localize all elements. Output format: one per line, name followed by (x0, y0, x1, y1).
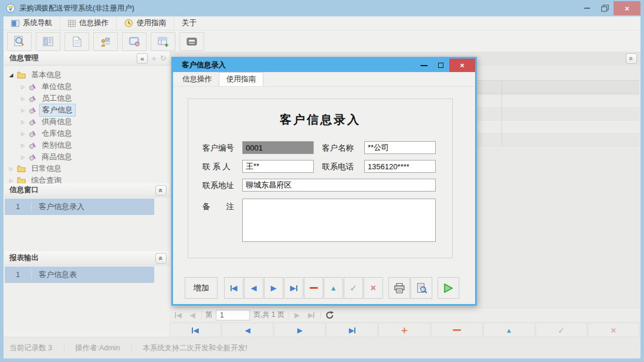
phone-field[interactable] (364, 160, 436, 173)
record-last-button[interactable]: ▶ (284, 277, 303, 299)
status-note: 本系统支持二次开发和全新开发! (131, 343, 259, 353)
tree-item-category-info[interactable]: ▷ 类别信息 (8, 139, 170, 151)
form-list-icon (42, 36, 55, 47)
tree-item-query[interactable]: ▷ 综合查询 (8, 175, 170, 183)
preview-button[interactable] (411, 277, 432, 299)
minimize-button[interactable] (578, 2, 596, 15)
divider (201, 311, 202, 319)
tree-item-employee-info[interactable]: ▷ 员工信息 (8, 93, 170, 104)
address-field[interactable] (242, 179, 436, 192)
record-post-button[interactable]: ✓ (344, 277, 363, 299)
tree-collapsed-icon[interactable]: ▷ (8, 166, 14, 172)
plus-icon: ＋ (399, 323, 409, 337)
tree-item-basic-info[interactable]: ◢ 基本信息 (8, 69, 170, 81)
tool-icon (29, 130, 36, 138)
minus-icon (310, 287, 318, 289)
tree-item-warehouse-info[interactable]: ▷ 仓库信息 (8, 128, 170, 139)
record-first-button[interactable]: ◀ (224, 277, 243, 299)
tree-collapsed-icon[interactable]: ▷ (20, 108, 26, 113)
page-last-button[interactable]: ▶ (306, 310, 317, 320)
menu-item-info-ops[interactable]: 信息操作 (60, 16, 117, 30)
restore-button[interactable] (596, 2, 614, 15)
dialog-menu-label: 使用指南 (226, 74, 256, 84)
page-number-input[interactable] (216, 310, 250, 320)
close-icon: × (460, 61, 465, 70)
list-item-customer-report[interactable]: 1 客户信息表 (5, 267, 154, 283)
menu-item-guide[interactable]: 使用指南 (117, 16, 174, 30)
grid-cancel-button[interactable]: × (588, 323, 639, 337)
contact-field[interactable] (242, 160, 314, 173)
grid-edit-button[interactable]: ▲ (483, 323, 535, 337)
user-chart-button[interactable] (93, 32, 118, 51)
tree-collapsed-icon[interactable]: ▷ (20, 119, 26, 125)
grid-post-button[interactable]: ✓ (535, 323, 587, 337)
tree-collapsed-icon[interactable]: ▷ (20, 84, 26, 90)
grid-delete-button[interactable] (431, 323, 483, 337)
record-cancel-button[interactable]: × (364, 277, 383, 299)
run-button[interactable] (438, 277, 459, 299)
collapse-sidebar-button[interactable]: « (137, 53, 148, 64)
record-delete-button[interactable] (304, 277, 323, 299)
preview-icon (416, 283, 428, 293)
minimize-icon (421, 65, 428, 66)
form-list-button[interactable] (36, 32, 60, 51)
search-document-button[interactable] (7, 32, 32, 51)
info-windows-list: 1 客户信息录入 (5, 197, 170, 251)
menu-item-about[interactable]: 关于 (174, 16, 204, 30)
page-next-button[interactable]: ▶ (292, 310, 303, 320)
grid-insert-button[interactable]: ＋ (378, 323, 430, 337)
drawer-button[interactable] (179, 32, 204, 51)
tree-item-product-info[interactable]: ▷ 商品信息 (8, 151, 170, 163)
report-output-list: 1 客户信息表 (5, 265, 170, 330)
tree-item-unit-info[interactable]: ▷ 单位信息 (8, 81, 170, 93)
dialog-menu-info-ops[interactable]: 信息操作 (175, 72, 219, 86)
restore-icon (601, 5, 609, 12)
tree-item-customer-info[interactable]: ▷ 客户信息 (8, 104, 170, 116)
customer-form-groupbox: 客户信息录入 客户编号 客户名称 联 系 人 联系电话 联系地址 备 注 (188, 98, 453, 258)
dialog-minimize-button[interactable] (416, 59, 432, 72)
dialog-close-button[interactable]: × (449, 59, 475, 72)
remark-field[interactable] (242, 199, 436, 242)
list-item-number: 1 (5, 203, 32, 211)
tree-expanded-icon[interactable]: ◢ (8, 72, 14, 78)
page-prev-button[interactable]: ◀ (187, 310, 198, 320)
add-icon: ＋ (150, 53, 158, 64)
tree-collapsed-icon[interactable]: ▷ (20, 155, 26, 160)
document-button[interactable] (65, 32, 89, 51)
refresh-page-button[interactable] (324, 310, 335, 320)
collapse-panel-button[interactable]: « (155, 253, 167, 264)
tree-collapsed-icon[interactable]: ▷ (8, 178, 14, 183)
page-first-button[interactable]: ◀ (173, 310, 184, 320)
list-item-customer-entry[interactable]: 1 客户信息录入 (5, 199, 154, 215)
dialog-menu-label: 信息操作 (182, 74, 212, 84)
grid-first-button[interactable]: ◀ (170, 323, 221, 337)
grid-last-button[interactable]: ▶ (326, 323, 378, 337)
tree-collapsed-icon[interactable]: ▷ (20, 143, 26, 148)
collapse-main-panel-button[interactable]: « (626, 53, 637, 64)
dialog-menu-guide[interactable]: 使用指南 (219, 72, 263, 86)
grid-next-button[interactable]: ▶ (274, 323, 326, 337)
dialog-maximize-button[interactable] (433, 59, 448, 72)
panel-title: 信息管理 (9, 53, 39, 63)
tree-item-daily-info[interactable]: ▷ 日常信息 (8, 163, 170, 175)
record-next-button[interactable]: ▶ (264, 277, 283, 299)
tool-icon (29, 83, 36, 91)
print-button[interactable] (388, 277, 410, 299)
record-edit-button[interactable]: ▲ (324, 277, 343, 299)
tree-collapsed-icon[interactable]: ▷ (20, 131, 26, 136)
collapse-panel-button[interactable]: « (155, 185, 167, 196)
monitor-button[interactable] (122, 32, 147, 51)
grid-prev-button[interactable]: ◀ (222, 323, 273, 337)
table-add-button[interactable] (151, 32, 175, 51)
add-record-button[interactable]: 增加 (185, 277, 218, 299)
record-prev-button[interactable]: ◀ (244, 277, 263, 299)
menu-item-system-nav[interactable]: 系统导航 (4, 16, 60, 30)
tree-item-label: 类别信息 (39, 139, 74, 151)
tree-collapsed-icon[interactable]: ▷ (20, 96, 26, 101)
tree-item-supplier-info[interactable]: ▷ 供商信息 (8, 116, 170, 128)
close-button[interactable]: × (614, 1, 640, 15)
customer-name-field[interactable] (364, 141, 436, 154)
dialog-menubar: 信息操作 使用指南 (173, 72, 475, 87)
phone-label: 联系电话 (322, 162, 354, 172)
folder-icon (17, 177, 26, 183)
